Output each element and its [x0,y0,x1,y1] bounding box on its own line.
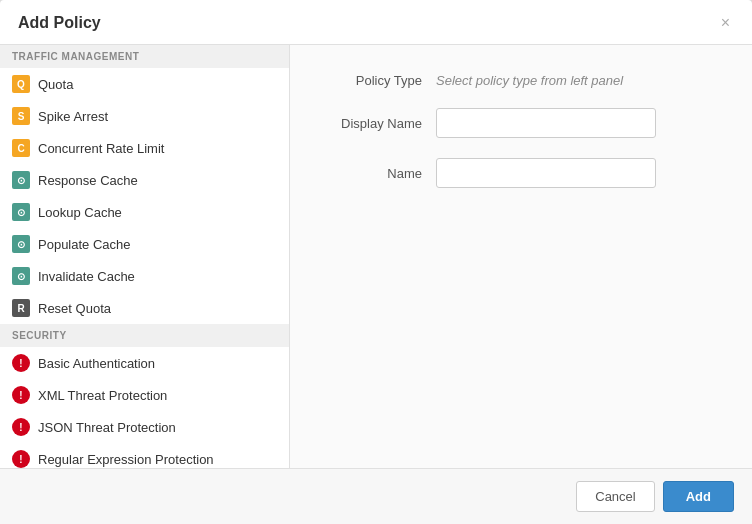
policy-item-xml-threat[interactable]: ! XML Threat Protection [0,379,289,411]
policy-item-label: Regular Expression Protection [38,452,214,467]
policy-type-placeholder: Select policy type from left panel [436,73,623,88]
display-name-row: Display Name [326,108,716,138]
json-threat-icon: ! [12,418,30,436]
policy-item-label: Reset Quota [38,301,111,316]
policy-item-label: Populate Cache [38,237,131,252]
modal-body: TRAFFIC MANAGEMENT Q Quota S Spike Arres… [0,45,752,468]
section-header-security: SECURITY [0,324,289,347]
add-button[interactable]: Add [663,481,734,512]
policy-item-label: Basic Authentication [38,356,155,371]
policy-item-label: Concurrent Rate Limit [38,141,164,156]
policy-item-reset-quota[interactable]: R Reset Quota [0,292,289,324]
name-row: Name [326,158,716,188]
xml-threat-icon: ! [12,386,30,404]
policy-item-concurrent-rate[interactable]: C Concurrent Rate Limit [0,132,289,164]
modal-header: Add Policy × [0,0,752,45]
concurrent-rate-icon: C [12,139,30,157]
lookup-cache-icon: ⊙ [12,203,30,221]
name-label: Name [326,166,436,181]
policy-item-quota[interactable]: Q Quota [0,68,289,100]
cancel-button[interactable]: Cancel [576,481,654,512]
policy-list: TRAFFIC MANAGEMENT Q Quota S Spike Arres… [0,45,289,468]
spike-arrest-icon: S [12,107,30,125]
modal-footer: Cancel Add [0,468,752,524]
policy-item-label: Response Cache [38,173,138,188]
right-panel: Policy Type Select policy type from left… [290,45,752,468]
policy-item-invalidate-cache[interactable]: ⊙ Invalidate Cache [0,260,289,292]
policy-type-row: Policy Type Select policy type from left… [326,73,716,88]
reset-quota-icon: R [12,299,30,317]
policy-item-populate-cache[interactable]: ⊙ Populate Cache [0,228,289,260]
policy-item-response-cache[interactable]: ⊙ Response Cache [0,164,289,196]
policy-item-lookup-cache[interactable]: ⊙ Lookup Cache [0,196,289,228]
invalidate-cache-icon: ⊙ [12,267,30,285]
response-cache-icon: ⊙ [12,171,30,189]
modal-title: Add Policy [18,14,101,32]
populate-cache-icon: ⊙ [12,235,30,253]
display-name-label: Display Name [326,116,436,131]
policy-item-label: Lookup Cache [38,205,122,220]
basic-auth-icon: ! [12,354,30,372]
regex-protection-icon: ! [12,450,30,468]
policy-item-label: Invalidate Cache [38,269,135,284]
section-header-traffic: TRAFFIC MANAGEMENT [0,45,289,68]
policy-item-spike-arrest[interactable]: S Spike Arrest [0,100,289,132]
add-policy-modal: Add Policy × TRAFFIC MANAGEMENT Q Quota … [0,0,752,524]
policy-item-label: JSON Threat Protection [38,420,176,435]
policy-item-label: Spike Arrest [38,109,108,124]
name-input[interactable] [436,158,656,188]
left-panel: TRAFFIC MANAGEMENT Q Quota S Spike Arres… [0,45,290,468]
policy-item-label: Quota [38,77,73,92]
quota-icon: Q [12,75,30,93]
policy-item-regex-protection[interactable]: ! Regular Expression Protection [0,443,289,468]
policy-item-basic-auth[interactable]: ! Basic Authentication [0,347,289,379]
display-name-input[interactable] [436,108,656,138]
close-button[interactable]: × [717,14,734,32]
policy-item-label: XML Threat Protection [38,388,167,403]
policy-type-label: Policy Type [326,73,436,88]
policy-item-json-threat[interactable]: ! JSON Threat Protection [0,411,289,443]
